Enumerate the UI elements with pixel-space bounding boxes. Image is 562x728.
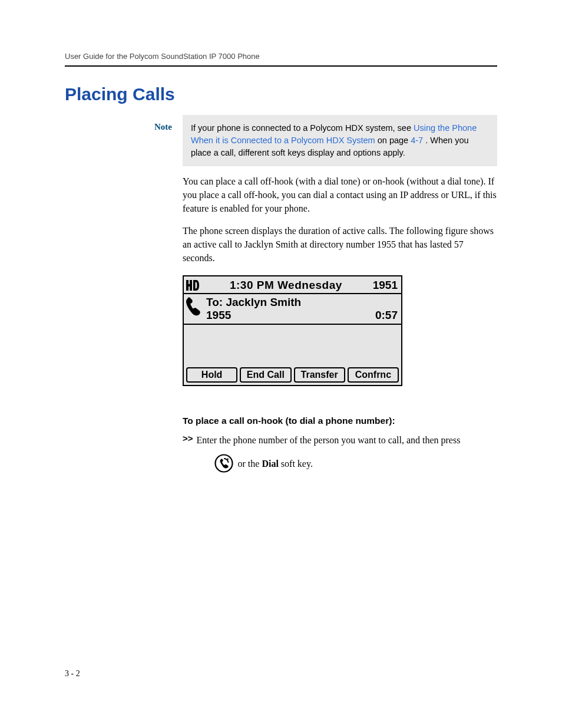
softkey-hold: Hold	[186, 367, 237, 383]
step-line-2: or the Dial soft key.	[214, 454, 461, 473]
step-line2-bold: Dial	[262, 459, 278, 469]
body-paragraph-2: The phone screen displays the duration o…	[183, 224, 497, 265]
phone-screen-figure: 1:30 PM Wednesday 1951 To: Jacklyn Smith…	[183, 275, 497, 386]
note-mid: on page	[378, 136, 411, 145]
section-heading: Placing Calls	[65, 84, 497, 104]
lcd-ext-top: 1951	[373, 279, 399, 292]
lcd-time: 1:30 PM Wednesday	[199, 279, 373, 292]
body-content: You can place a call off-hook (with a di…	[183, 174, 497, 473]
call-to-label: To: Jacklyn Smith	[206, 296, 375, 309]
note-label: Note	[65, 115, 183, 132]
call-duration: 0:57	[375, 309, 398, 322]
lcd-softkeys: Hold End Call Transfer Confrnc	[184, 365, 401, 385]
call-ext-label: 1955	[206, 309, 375, 322]
step-body: Enter the phone number of the person you…	[197, 433, 461, 473]
step-line-1: Enter the phone number of the person you…	[197, 433, 461, 447]
page-header: User Guide for the Polycom SoundStation …	[65, 52, 497, 61]
svg-rect-2	[190, 280, 192, 291]
softkey-endcall: End Call	[240, 367, 291, 383]
note-row: Note If your phone is connected to a Pol…	[65, 115, 497, 166]
note-prefix: If your phone is connected to a Polycom …	[191, 123, 414, 133]
body-paragraph-1: You can place a call off-hook (with a di…	[183, 174, 497, 216]
step-row: >> Enter the phone number of the person …	[183, 433, 497, 473]
note-page-ref[interactable]: 4-7	[411, 136, 423, 145]
phone-handset-icon	[186, 296, 206, 318]
svg-point-3	[215, 455, 232, 472]
hd-icon	[186, 280, 199, 291]
softkey-confrnc: Confrnc	[348, 367, 399, 383]
step-line-2-text: or the Dial soft key.	[238, 457, 313, 470]
lcd-spacer	[184, 325, 401, 365]
softkey-transfer: Transfer	[294, 367, 345, 383]
lcd-call-row: To: Jacklyn Smith 1955 0:57	[184, 294, 401, 325]
call-labels: To: Jacklyn Smith 1955	[206, 296, 375, 322]
page-number: 3 - 2	[65, 669, 80, 678]
step-line2-suffix: soft key.	[279, 459, 313, 469]
header-rule	[65, 65, 497, 67]
lcd-top-bar: 1:30 PM Wednesday 1951	[184, 276, 401, 294]
step-marker: >>	[183, 433, 193, 443]
step-line2-mid: or the	[238, 459, 262, 469]
lcd-screen: 1:30 PM Wednesday 1951 To: Jacklyn Smith…	[183, 275, 402, 386]
dial-button-icon	[214, 454, 233, 473]
note-box: If your phone is connected to a Polycom …	[183, 115, 497, 166]
sub-heading: To place a call on-hook (to dial a phone…	[183, 416, 497, 426]
